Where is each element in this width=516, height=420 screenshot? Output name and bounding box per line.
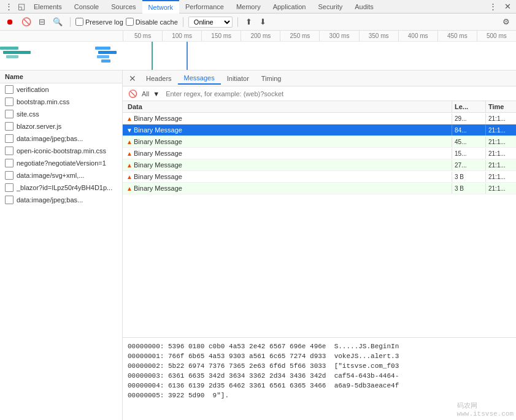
- file-item[interactable]: bootstrap.min.css: [0, 96, 122, 108]
- timeline-area: 50 ms100 ms150 ms200 ms250 ms300 ms350 m…: [0, 31, 516, 71]
- file-icon: [5, 147, 13, 155]
- file-icon: [5, 183, 13, 192]
- message-row[interactable]: ▲ Binary Message 3 B 21:1...: [123, 171, 516, 183]
- file-name: data:image/svg+xml,...: [17, 172, 84, 179]
- filter-input[interactable]: [163, 89, 512, 99]
- file-name: _blazor?id=ILpz50r4yBH4D1p...: [17, 184, 112, 191]
- msg-time: 21:1...: [485, 160, 516, 170]
- file-icon: [5, 122, 13, 131]
- tab-audits[interactable]: Audits: [348, 0, 380, 13]
- devtools-menu-btn[interactable]: ⋮: [2, 1, 15, 12]
- preserve-log-checkbox[interactable]: [75, 18, 83, 26]
- filter-dropdown-btn[interactable]: ▼: [152, 90, 161, 98]
- export-btn[interactable]: ⬆: [243, 16, 255, 28]
- ruler-tick: 50 ms: [123, 31, 162, 41]
- tab-console[interactable]: Console: [68, 0, 105, 13]
- file-item[interactable]: data:image/jpeg;bas...: [0, 194, 122, 206]
- msg-time: 21:1...: [485, 137, 516, 147]
- ruler-tick: 450 ms: [437, 31, 477, 41]
- sub-tab-headers[interactable]: Headers: [140, 72, 178, 85]
- import-btn[interactable]: ⬇: [257, 16, 269, 28]
- svg-rect-4: [98, 51, 117, 54]
- msg-arrow-icon: ▼: [123, 127, 131, 134]
- message-row[interactable]: ▲ Binary Message 3 B 21:1...: [123, 183, 516, 194]
- message-row[interactable]: ▲ Binary Message 29... 21:1...: [123, 113, 516, 124]
- svg-rect-0: [0, 47, 18, 50]
- disable-cache-checkbox[interactable]: [126, 18, 134, 26]
- file-item[interactable]: negotiate?negotiateVersion=1: [0, 157, 122, 169]
- file-item[interactable]: site.css: [0, 108, 122, 120]
- preserve-log-label[interactable]: Preserve log: [75, 18, 123, 26]
- msg-time: 21:1...: [485, 148, 516, 159]
- message-row[interactable]: ▲ Binary Message 27... 21:1...: [123, 159, 516, 171]
- msg-arrow-icon: ▲: [123, 115, 131, 122]
- file-icon: [5, 110, 13, 118]
- file-item[interactable]: open-iconic-bootstrap.min.css: [0, 145, 122, 157]
- file-item[interactable]: _blazor?id=ILpz50r4yBH4D1p...: [0, 181, 122, 194]
- hex-panel: 00000000: 5396 0180 c0b0 4a53 2e42 6567 …: [123, 337, 516, 420]
- sub-tab-timing[interactable]: Timing: [255, 72, 288, 85]
- msg-length: 29...: [452, 113, 485, 124]
- sub-tab-initiator[interactable]: Initiator: [221, 72, 255, 85]
- file-name: site.css: [17, 110, 39, 118]
- filter-bar: 🚫 All ▼: [123, 86, 516, 101]
- msg-text: Binary Message: [131, 159, 452, 170]
- settings-btn[interactable]: ⚙: [500, 16, 512, 28]
- message-row[interactable]: ▲ Binary Message 15... 21:1...: [123, 148, 516, 159]
- devtools-dock-btn[interactable]: ◱: [15, 1, 28, 12]
- ruler-tick: 500 ms: [477, 31, 516, 41]
- svg-rect-3: [95, 47, 110, 50]
- separator: [70, 17, 71, 27]
- search-btn[interactable]: 🔍: [50, 16, 65, 28]
- hex-row: 00000003: 6361 6635 342d 3634 3362 2d34 …: [128, 371, 511, 381]
- file-icon: [5, 171, 13, 180]
- filter-btn[interactable]: ⊟: [36, 16, 48, 28]
- throttle-select[interactable]: Online Offline Fast 3G Slow 3G: [188, 17, 233, 28]
- svg-rect-1: [3, 51, 31, 54]
- ruler-tick: 150 ms: [201, 31, 241, 41]
- msg-length: 84...: [452, 125, 485, 136]
- ruler-tick: 400 ms: [398, 31, 437, 41]
- msg-arrow-icon: ▲: [123, 139, 131, 145]
- tab-sources[interactable]: Sources: [105, 0, 142, 13]
- tab-performance[interactable]: Performance: [179, 0, 230, 13]
- file-item[interactable]: blazor.server.js: [0, 120, 122, 132]
- msg-arrow-icon: ▲: [123, 162, 131, 169]
- col-len-header: Le...: [452, 101, 485, 112]
- separator3: [237, 17, 238, 27]
- message-row[interactable]: ▲ Binary Message 45... 21:1...: [123, 136, 516, 148]
- file-item[interactable]: verification: [0, 83, 122, 96]
- msg-arrow-icon: ▲: [123, 174, 131, 180]
- hex-row: 00000000: 5396 0180 c0b0 4a53 2e42 6567 …: [128, 342, 511, 351]
- msg-length: 45...: [452, 137, 485, 147]
- devtools-close-btn[interactable]: ✕: [502, 1, 514, 12]
- msg-text: Binary Message: [131, 124, 452, 136]
- clear-btn[interactable]: 🚫: [19, 16, 34, 28]
- file-item[interactable]: data:image/svg+xml,...: [0, 169, 122, 181]
- tab-elements[interactable]: Elements: [28, 0, 68, 13]
- devtools-more-btn[interactable]: ⋮: [487, 1, 499, 12]
- sub-tab-messages[interactable]: Messages: [178, 72, 221, 85]
- messages-table[interactable]: ▲ Binary Message 29... 21:1... ▼ Binary …: [123, 113, 516, 337]
- msg-text: Binary Message: [131, 113, 452, 124]
- network-toolbar: ⏺ 🚫 ⊟ 🔍 Preserve log Disable cache Onlin…: [0, 13, 516, 31]
- sub-tabs: ✕ HeadersMessagesInitiatorTiming: [123, 71, 516, 86]
- disable-cache-label[interactable]: Disable cache: [126, 18, 178, 26]
- msg-text: Binary Message: [131, 183, 452, 194]
- tab-memory[interactable]: Memory: [230, 0, 267, 13]
- filter-clear-btn[interactable]: 🚫: [126, 89, 139, 99]
- file-name: blazor.server.js: [17, 123, 61, 130]
- sub-tab-close-btn[interactable]: ✕: [126, 74, 139, 83]
- tab-security[interactable]: Security: [312, 0, 348, 13]
- hex-row: 00000002: 5b22 6974 7376 7365 2e63 6f6d …: [128, 361, 511, 371]
- tabs-bar: ⋮ ◱ ElementsConsoleSourcesNetworkPerform…: [0, 0, 516, 13]
- tab-network[interactable]: Network: [142, 0, 179, 13]
- msg-text: Binary Message: [131, 148, 452, 159]
- file-name: data:image/jpeg;bas...: [17, 196, 83, 204]
- file-icon: [5, 85, 13, 94]
- tab-application[interactable]: Application: [267, 0, 312, 13]
- record-btn[interactable]: ⏺: [4, 16, 17, 28]
- file-item[interactable]: data:image/jpeg;bas...: [0, 132, 122, 145]
- message-row[interactable]: ▼ Binary Message 84... 21:1...: [123, 124, 516, 136]
- msg-time: 21:1...: [485, 113, 516, 124]
